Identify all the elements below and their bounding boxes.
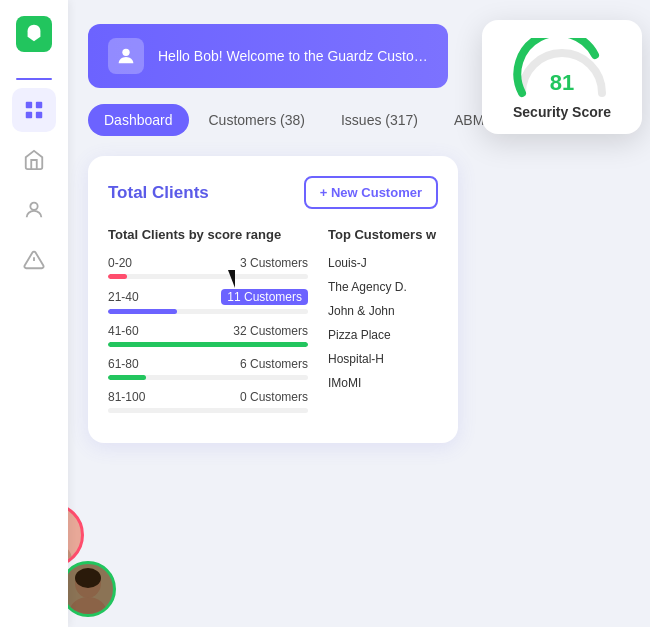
tab-customers[interactable]: Customers (38) [193, 104, 321, 136]
score-range-label: 61-80 [108, 357, 139, 371]
sidebar-item-alerts[interactable] [12, 238, 56, 282]
sidebar-item-home[interactable] [12, 138, 56, 182]
score-row: 61-80 6 Customers [108, 357, 308, 380]
score-range-label: 41-60 [108, 324, 139, 338]
logo[interactable] [16, 16, 52, 52]
bar-fill [108, 375, 146, 380]
card-title: Total Clients [108, 183, 209, 203]
tab-issues[interactable]: Issues (317) [325, 104, 434, 136]
list-item: The Agency D. [328, 280, 438, 294]
score-range-label: 21-40 [108, 290, 139, 304]
score-row: 41-60 32 Customers [108, 324, 308, 347]
sidebar-item-dashboard[interactable] [12, 88, 56, 132]
score-range-label: 81-100 [108, 390, 145, 404]
security-score-label: Security Score [513, 104, 611, 120]
score-count: 0 Customers [240, 390, 308, 404]
grid-icon [23, 99, 45, 121]
sidebar [0, 0, 68, 627]
card-header: Total Clients + New Customer [108, 176, 438, 209]
sidebar-divider [16, 78, 52, 80]
score-range-label: 0-20 [108, 256, 132, 270]
top-customers-title: Top Customers w [328, 227, 438, 242]
score-count: 11 Customers [221, 289, 308, 305]
list-item: Pizza Place [328, 328, 438, 342]
list-item: Louis-J [328, 256, 438, 270]
sidebar-nav [0, 76, 68, 282]
person-icon [115, 45, 137, 67]
list-item: John & John [328, 304, 438, 318]
new-customer-button[interactable]: + New Customer [304, 176, 438, 209]
svg-rect-1 [36, 102, 42, 108]
welcome-avatar-icon [108, 38, 144, 74]
sidebar-item-users[interactable] [12, 188, 56, 232]
user-icon [23, 199, 45, 221]
bar-track [108, 375, 308, 380]
welcome-text: Hello Bob! Welcome to the Guardz Custome… [158, 48, 428, 64]
list-item: IMoMI [328, 376, 438, 390]
top-customers-section: Top Customers w Louis-JThe Agency D.John… [328, 227, 438, 423]
svg-point-13 [75, 568, 101, 588]
bar-track [108, 274, 308, 279]
svg-rect-3 [36, 112, 42, 118]
list-item: Hospital-H [328, 352, 438, 366]
bar-fill [108, 342, 308, 347]
clients-chart-title: Total Clients by score range [108, 227, 308, 242]
score-row: 0-20 3 Customers [108, 256, 308, 279]
welcome-banner: Hello Bob! Welcome to the Guardz Custome… [88, 24, 448, 88]
svg-rect-2 [26, 112, 32, 118]
bar-fill [108, 309, 177, 314]
svg-point-4 [30, 203, 37, 210]
tab-dashboard[interactable]: Dashboard [88, 104, 189, 136]
bar-track [108, 309, 308, 314]
score-row: 81-100 0 Customers [108, 390, 308, 413]
gauge-number: 81 [550, 70, 574, 96]
score-rows: 0-20 3 Customers 21-40 11 Customers 41-6… [108, 256, 308, 413]
card-body: Total Clients by score range 0-20 3 Cust… [108, 227, 438, 423]
total-clients-card: Total Clients + New Customer Total Clien… [88, 156, 458, 443]
clients-chart-section: Total Clients by score range 0-20 3 Cust… [108, 227, 308, 423]
score-count: 32 Customers [233, 324, 308, 338]
customer-list: Louis-JThe Agency D.John & JohnPizza Pla… [328, 256, 438, 390]
bar-track [108, 408, 308, 413]
alert-icon [23, 249, 45, 271]
avatar-2-image [64, 561, 112, 617]
score-count: 6 Customers [240, 357, 308, 371]
score-row: 21-40 11 Customers [108, 289, 308, 314]
bar-track [108, 342, 308, 347]
score-count: 3 Customers [240, 256, 308, 270]
bar-fill [108, 274, 127, 279]
avatar-2 [60, 561, 116, 617]
svg-rect-0 [26, 102, 32, 108]
gauge-container: 81 [512, 38, 612, 98]
security-score-card: 81 Security Score [482, 20, 642, 134]
home-icon [23, 149, 45, 171]
logo-icon [23, 23, 45, 45]
svg-point-7 [122, 49, 129, 56]
